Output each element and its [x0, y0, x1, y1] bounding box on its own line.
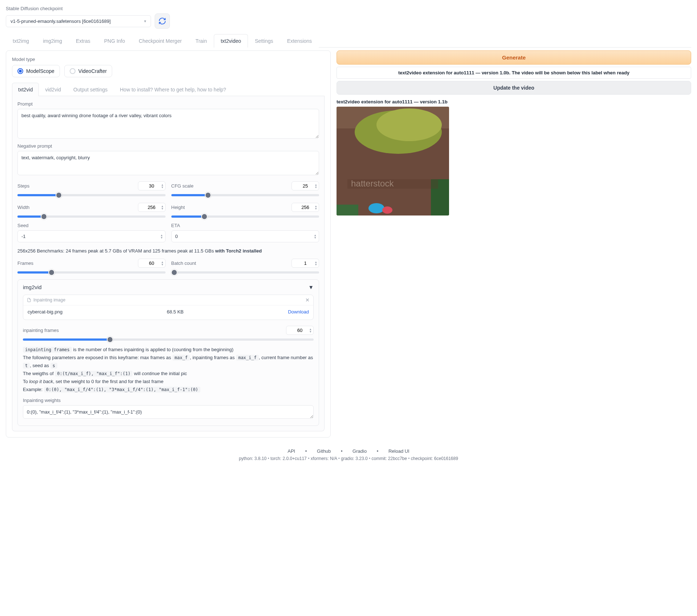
refresh-icon: [158, 17, 166, 25]
svg-point-7: [382, 206, 392, 214]
frames-slider[interactable]: [17, 271, 166, 274]
subtab-txt2vid[interactable]: txt2vid: [12, 83, 39, 96]
checkpoint-label: Stable Diffusion checkpoint: [6, 6, 691, 11]
svg-point-3: [376, 108, 442, 141]
subtab-vid2vid[interactable]: vid2vid: [39, 83, 67, 96]
neg-prompt-label: Negative prompt: [17, 143, 319, 149]
tab-txt2img[interactable]: txt2img: [6, 34, 36, 48]
radio-dot-icon: [70, 68, 76, 74]
link-github[interactable]: Github: [317, 448, 331, 454]
link-reload-ui[interactable]: Reload UI: [388, 448, 409, 454]
video-output[interactable]: hatterstock: [337, 107, 449, 215]
file-icon: [27, 298, 31, 302]
file-clear-button[interactable]: ✕: [305, 297, 310, 303]
width-label: Width: [17, 205, 29, 210]
inpaint-frames-label: inpainting frames: [23, 328, 59, 333]
cfg-slider[interactable]: [171, 194, 319, 196]
seed-input[interactable]: [17, 230, 166, 242]
tab-extras[interactable]: Extras: [69, 34, 97, 48]
radio-dot-icon: [17, 68, 23, 74]
model-type-label: Model type: [12, 57, 325, 62]
extension-info: text2video extension for auto1111 — vers…: [337, 67, 691, 79]
inpaint-help-text: inpainting frames is the number of frame…: [23, 346, 314, 394]
footer-meta: python: 3.8.10 • torch: 2.0.0+cu117 • xf…: [6, 456, 691, 461]
footer-links: API • Github • Gradio • Reload UI: [6, 448, 691, 454]
spinner-icon: ▴▾: [161, 234, 163, 239]
file-name: cybercat-big.png: [28, 309, 62, 315]
file-download-link[interactable]: Download: [288, 309, 309, 315]
steps-slider[interactable]: [17, 194, 166, 196]
reload-checkpoint-button[interactable]: [155, 13, 170, 29]
tab-extensions[interactable]: Extensions: [280, 34, 319, 48]
batch-slider[interactable]: [171, 271, 319, 274]
prompt-input[interactable]: [17, 109, 319, 139]
steps-number[interactable]: [138, 181, 166, 190]
eta-label: ETA: [171, 223, 319, 228]
eta-input[interactable]: [171, 230, 319, 242]
prompt-label: Prompt: [17, 101, 319, 107]
inpaint-frames-number[interactable]: [286, 326, 314, 335]
file-size: 68.5 KB: [167, 309, 184, 315]
svg-rect-5: [337, 205, 358, 215]
width-slider[interactable]: [17, 215, 166, 218]
update-video-button[interactable]: Update the video: [337, 81, 691, 95]
cfg-number[interactable]: [292, 181, 319, 190]
tab-txt2video[interactable]: txt2video: [214, 34, 248, 48]
tab-pnginfo[interactable]: PNG Info: [97, 34, 132, 48]
svg-point-6: [368, 203, 384, 213]
checkpoint-value: v1-5-pruned-emaonly.safetensors [6ce0161…: [11, 19, 111, 24]
frames-label: Frames: [17, 260, 33, 266]
steps-label: Steps: [17, 183, 29, 189]
inpaint-weights-label: Inpainting weights: [23, 398, 314, 403]
seed-label: Seed: [17, 223, 166, 228]
file-section-label: Inpainting image: [33, 297, 65, 303]
benchmark-text: 256x256 Benchmarks: 24 frames peak at 5.…: [17, 248, 319, 254]
inpaint-frames-slider[interactable]: [23, 338, 314, 341]
subtab-output-settings[interactable]: Output settings: [67, 83, 114, 96]
neg-prompt-input[interactable]: [17, 151, 319, 175]
link-api[interactable]: API: [288, 448, 295, 454]
tab-train[interactable]: Train: [189, 34, 214, 48]
img2vid-accordion-toggle[interactable]: img2vid ▼: [23, 284, 314, 290]
generate-button[interactable]: Generate: [337, 50, 691, 65]
tab-ckpt-merger[interactable]: Checkpoint Merger: [132, 34, 188, 48]
height-slider[interactable]: [171, 215, 319, 218]
main-tabs: txt2img img2img Extras PNG Info Checkpoi…: [6, 34, 691, 48]
batch-number[interactable]: [292, 259, 319, 268]
tab-settings[interactable]: Settings: [248, 34, 280, 48]
subtab-help[interactable]: How to install? Where to get help, how t…: [114, 83, 232, 96]
inpaint-weights-input[interactable]: [23, 405, 314, 419]
width-number[interactable]: [138, 203, 166, 212]
frames-number[interactable]: [138, 259, 166, 268]
svg-text:hatterstock: hatterstock: [351, 178, 394, 188]
triangle-down-icon: ▼: [308, 284, 314, 290]
caret-down-icon: ▾: [144, 19, 146, 24]
height-number[interactable]: [292, 203, 319, 212]
output-label: text2video extension for auto1111 — vers…: [337, 99, 691, 104]
height-label: Height: [171, 205, 185, 210]
batch-label: Batch count: [171, 260, 196, 266]
cfg-label: CFG scale: [171, 183, 193, 189]
spinner-icon: ▴▾: [314, 234, 316, 239]
link-gradio[interactable]: Gradio: [352, 448, 367, 454]
tab-img2img[interactable]: img2img: [36, 34, 69, 48]
sub-tabs: txt2vid vid2vid Output settings How to i…: [12, 82, 325, 96]
checkpoint-select[interactable]: v1-5-pruned-emaonly.safetensors [6ce0161…: [6, 15, 151, 27]
radio-videocrafter[interactable]: VideoCrafter: [64, 65, 112, 77]
radio-modelscope[interactable]: ModelScope: [12, 65, 60, 77]
